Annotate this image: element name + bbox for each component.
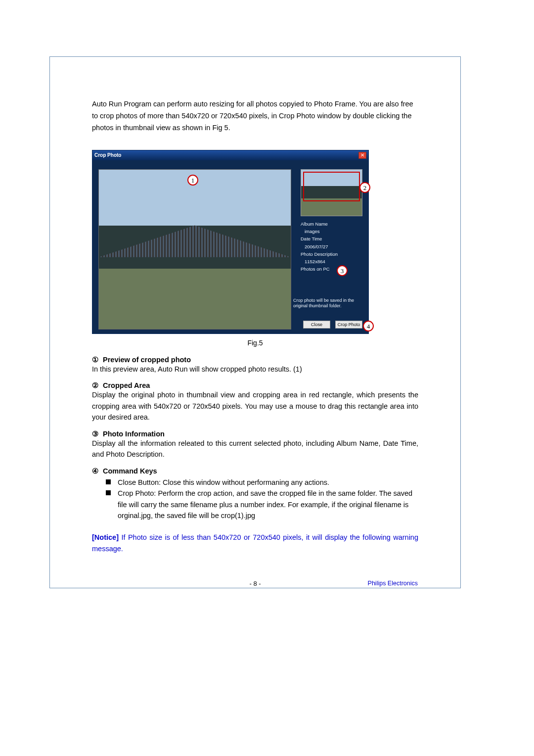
close-button[interactable]: Close bbox=[303, 321, 330, 329]
section-1-body: In this preview area, Auto Run will show… bbox=[92, 364, 418, 375]
section-4-number: ④ bbox=[92, 467, 103, 475]
date-time-value: 2006/07/27 bbox=[301, 243, 362, 250]
section-4-bullets: Close Button: Close this window without … bbox=[92, 477, 418, 521]
section-2-title: Cropped Area bbox=[103, 381, 150, 389]
window-title: Crop Photo bbox=[94, 152, 121, 158]
crop-photo-button[interactable]: Crop Photo bbox=[335, 321, 362, 329]
section-2-body: Display the original photo in thumbnail … bbox=[92, 389, 418, 423]
section-1-heading: ①Preview of cropped photo bbox=[92, 356, 418, 364]
numbered-sections: ①Preview of cropped photo In this previe… bbox=[92, 356, 418, 555]
crop-window-body: Album Name images Date Time 2006/07/27 P… bbox=[92, 160, 368, 333]
bullet-item: Close Button: Close this window without … bbox=[106, 477, 418, 488]
crop-photo-window: Crop Photo ✕ Album Name images Date Time bbox=[92, 150, 369, 334]
original-thumbnail[interactable] bbox=[301, 169, 362, 216]
close-icon[interactable]: ✕ bbox=[358, 152, 366, 159]
section-2-number: ② bbox=[92, 381, 103, 389]
section-3-title: Photo Information bbox=[103, 430, 165, 438]
notice-paragraph: [Notice] If Photo size is of less than 5… bbox=[92, 532, 418, 554]
figure-5: Crop Photo ✕ Album Name images Date Time bbox=[92, 150, 418, 347]
bullet-text: Close Button: Close this window without … bbox=[118, 477, 418, 488]
crop-rectangle[interactable] bbox=[303, 172, 360, 201]
section-3-body: Display all the information releated to … bbox=[92, 438, 418, 460]
photo-info-panel: Album Name images Date Time 2006/07/27 P… bbox=[301, 221, 362, 274]
page-number: - 8 - bbox=[249, 580, 261, 587]
cropped-preview-area bbox=[98, 169, 291, 330]
notice-label: [Notice] bbox=[92, 533, 119, 541]
content-column: Auto Run Program can perform auto resizi… bbox=[92, 98, 418, 554]
section-4-title: Command Keys bbox=[103, 467, 157, 475]
window-titlebar: Crop Photo ✕ bbox=[92, 150, 368, 160]
footer-brand: Philips Electronics bbox=[368, 580, 418, 587]
photo-description-value: 1152x864 bbox=[301, 258, 362, 265]
preview-roof-shape bbox=[99, 225, 291, 257]
album-name-label: Album Name bbox=[301, 221, 362, 228]
callout-2: 2 bbox=[359, 182, 370, 193]
callout-3: 3 bbox=[337, 265, 348, 276]
bullet-text: Crop Photo: Perform the crop action, and… bbox=[118, 488, 418, 521]
section-1-number: ① bbox=[92, 356, 103, 364]
square-bullet-icon bbox=[106, 490, 111, 495]
section-2-heading: ②Cropped Area bbox=[92, 381, 418, 389]
section-3-number: ③ bbox=[92, 430, 103, 438]
save-location-note: Crop photo will be saved in the original… bbox=[293, 298, 362, 309]
callout-4: 4 bbox=[363, 321, 374, 331]
intro-paragraph: Auto Run Program can perform auto resizi… bbox=[92, 98, 418, 134]
section-1-title: Preview of cropped photo bbox=[103, 356, 191, 364]
notice-text: If Photo size is of less than 540x720 or… bbox=[92, 533, 418, 552]
photo-description-label: Photo Description bbox=[301, 251, 362, 258]
section-3-heading: ③Photo Information bbox=[92, 430, 418, 438]
square-bullet-icon bbox=[106, 479, 111, 484]
section-4-heading: ④Command Keys bbox=[92, 467, 418, 475]
figure-caption: Fig.5 bbox=[92, 339, 418, 347]
command-button-row: Close Crop Photo bbox=[303, 321, 362, 329]
callout-1: 1 bbox=[187, 175, 198, 186]
photos-on-pc-label: Photos on PC bbox=[301, 266, 362, 273]
date-time-label: Date Time bbox=[301, 236, 362, 242]
page-frame: Auto Run Program can perform auto resizi… bbox=[49, 56, 461, 588]
bullet-item: Crop Photo: Perform the crop action, and… bbox=[106, 488, 418, 521]
album-name-value: images bbox=[301, 228, 362, 235]
